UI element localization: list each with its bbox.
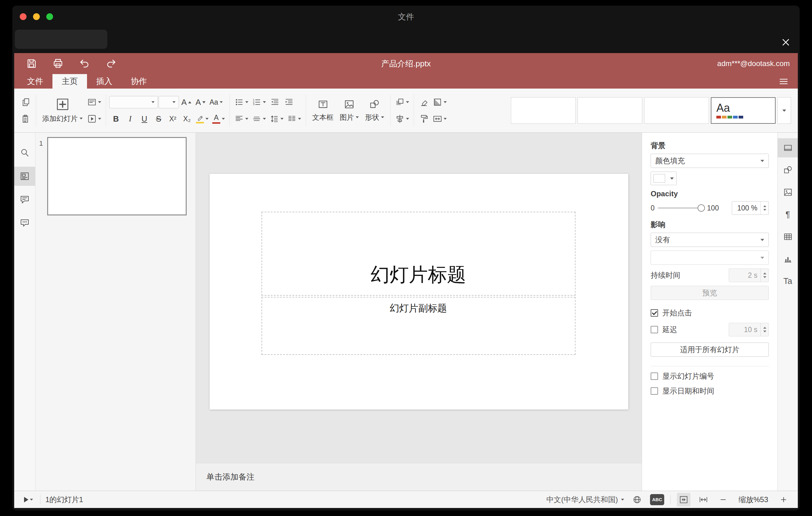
slide-settings-button[interactable] bbox=[778, 138, 798, 157]
macos-minimize-button[interactable] bbox=[33, 13, 40, 20]
delay-checkbox-row[interactable]: 延迟 bbox=[651, 325, 677, 335]
delay-spinner[interactable]: 10 s bbox=[729, 323, 769, 336]
insert-textbox-button[interactable]: 文本框 bbox=[309, 93, 337, 128]
slide-size-button[interactable] bbox=[431, 112, 448, 126]
fit-width-button[interactable] bbox=[697, 493, 710, 507]
table-settings-button[interactable] bbox=[778, 227, 798, 246]
theme-option-selected[interactable]: Aa bbox=[711, 97, 776, 124]
spinner-arrows[interactable] bbox=[760, 202, 768, 214]
font-color-button[interactable]: A bbox=[211, 112, 227, 126]
italic-button[interactable]: I bbox=[123, 112, 137, 126]
font-size-select[interactable] bbox=[158, 96, 179, 108]
duration-spinner[interactable]: 2 s bbox=[729, 268, 769, 282]
slide[interactable]: 幻灯片标题 幻灯片副标题 bbox=[209, 174, 628, 409]
line-spacing-button[interactable] bbox=[268, 112, 285, 126]
textart-settings-button[interactable]: Ta bbox=[778, 271, 798, 291]
theme-option-1[interactable] bbox=[511, 97, 576, 124]
underline-button[interactable]: U bbox=[138, 112, 151, 126]
background-fill-select[interactable]: 颜色填充 bbox=[651, 154, 769, 168]
subtitle-placeholder[interactable]: 幻灯片副标题 bbox=[261, 297, 575, 355]
opacity-slider-knob[interactable] bbox=[698, 204, 705, 212]
menu-button[interactable] bbox=[778, 75, 790, 88]
numbered-list-button[interactable]: 123 bbox=[251, 95, 267, 109]
theme-option-2[interactable] bbox=[578, 97, 642, 124]
copy-button[interactable] bbox=[19, 95, 33, 109]
tab-collaboration[interactable]: 协作 bbox=[121, 74, 156, 89]
start-slideshow-status-button[interactable] bbox=[22, 493, 35, 506]
close-button[interactable] bbox=[779, 35, 793, 49]
shape-settings-button[interactable] bbox=[778, 161, 798, 180]
paste-button[interactable] bbox=[19, 112, 33, 126]
save-button[interactable] bbox=[25, 57, 38, 70]
notes-area[interactable]: 单击添加备注 bbox=[196, 463, 642, 491]
increase-font-button[interactable]: A bbox=[179, 95, 193, 109]
copy-style-button[interactable] bbox=[417, 112, 431, 126]
language-selector[interactable]: 中文(中华人民共和国) bbox=[546, 495, 624, 505]
start-on-click-row[interactable]: 开始点击 bbox=[651, 308, 769, 318]
effect-type-select[interactable] bbox=[651, 251, 769, 265]
paragraph-settings-button[interactable]: ¶ bbox=[778, 205, 798, 224]
bullet-list-button[interactable] bbox=[233, 95, 250, 109]
set-document-language-button[interactable] bbox=[630, 493, 644, 507]
strikethrough-button[interactable]: S bbox=[152, 112, 165, 126]
undo-button[interactable] bbox=[78, 57, 91, 70]
align-shapes-button[interactable] bbox=[394, 112, 411, 126]
preview-button[interactable]: 预览 bbox=[651, 286, 769, 300]
horizontal-align-button[interactable] bbox=[233, 112, 250, 126]
start-slideshow-button[interactable] bbox=[86, 112, 103, 126]
shape-fill-button[interactable] bbox=[431, 95, 448, 109]
show-slide-number-checkbox[interactable] bbox=[651, 372, 658, 380]
background-color-picker[interactable] bbox=[651, 172, 676, 185]
image-settings-button[interactable] bbox=[778, 183, 798, 202]
slide-thumbnail[interactable] bbox=[47, 137, 187, 216]
clear-style-button[interactable] bbox=[417, 95, 431, 109]
opacity-spinner[interactable]: 100 % bbox=[732, 201, 769, 215]
apply-to-all-slides-button[interactable]: 适用于所有幻灯片 bbox=[651, 343, 769, 357]
slides-panel-button[interactable] bbox=[14, 167, 35, 186]
tab-home[interactable]: 主页 bbox=[53, 74, 87, 89]
add-slide-button[interactable]: 添加幻灯片 bbox=[39, 93, 86, 128]
spinner-arrows[interactable] bbox=[760, 323, 768, 336]
columns-button[interactable] bbox=[286, 112, 303, 126]
search-panel-button[interactable] bbox=[14, 143, 35, 162]
theme-option-3[interactable] bbox=[644, 97, 709, 124]
superscript-button[interactable]: X² bbox=[166, 112, 179, 126]
spinner-arrows[interactable] bbox=[760, 269, 768, 282]
slide-canvas[interactable]: 幻灯片标题 幻灯片副标题 bbox=[196, 133, 642, 463]
bold-button[interactable]: B bbox=[109, 112, 123, 126]
theme-gallery-expand-button[interactable] bbox=[778, 97, 791, 124]
tab-insert[interactable]: 插入 bbox=[87, 74, 121, 89]
show-slide-number-row[interactable]: 显示幻灯片编号 bbox=[651, 371, 769, 381]
insert-image-button[interactable]: 图片 bbox=[337, 93, 362, 128]
print-button[interactable] bbox=[52, 57, 64, 70]
decrease-indent-button[interactable] bbox=[268, 95, 282, 109]
effect-select[interactable]: 没有 bbox=[651, 233, 769, 247]
user-account[interactable]: adm***@dootask.com bbox=[717, 59, 790, 68]
slide-layout-button[interactable] bbox=[86, 95, 103, 109]
opacity-slider[interactable] bbox=[658, 207, 704, 209]
macos-close-button[interactable] bbox=[20, 13, 27, 20]
insert-shape-button[interactable]: 形状 bbox=[362, 93, 387, 128]
title-placeholder[interactable]: 幻灯片标题 bbox=[261, 212, 575, 296]
increase-indent-button[interactable] bbox=[282, 95, 296, 109]
macos-zoom-button[interactable] bbox=[46, 13, 53, 20]
arrange-shapes-button[interactable] bbox=[394, 95, 411, 109]
tab-file[interactable]: 文件 bbox=[18, 74, 53, 89]
chat-panel-button[interactable] bbox=[14, 213, 35, 233]
highlight-color-button[interactable] bbox=[194, 112, 210, 126]
fit-slide-button[interactable] bbox=[677, 493, 691, 507]
change-case-button[interactable]: Aa bbox=[208, 95, 224, 109]
zoom-in-button[interactable] bbox=[777, 493, 790, 507]
start-on-click-checkbox[interactable] bbox=[651, 309, 658, 317]
show-date-time-row[interactable]: 显示日期和时间 bbox=[651, 386, 769, 396]
redo-button[interactable] bbox=[105, 57, 117, 70]
spellcheck-button[interactable]: ABC bbox=[650, 494, 664, 505]
comments-panel-button[interactable] bbox=[14, 190, 35, 209]
vertical-align-button[interactable] bbox=[251, 112, 267, 126]
font-name-select[interactable] bbox=[109, 96, 158, 108]
show-date-time-checkbox[interactable] bbox=[651, 387, 658, 395]
decrease-font-button[interactable]: A bbox=[194, 95, 207, 109]
chart-settings-button[interactable] bbox=[778, 249, 798, 268]
subscript-button[interactable]: X₂ bbox=[180, 112, 194, 126]
delay-checkbox[interactable] bbox=[651, 326, 658, 333]
